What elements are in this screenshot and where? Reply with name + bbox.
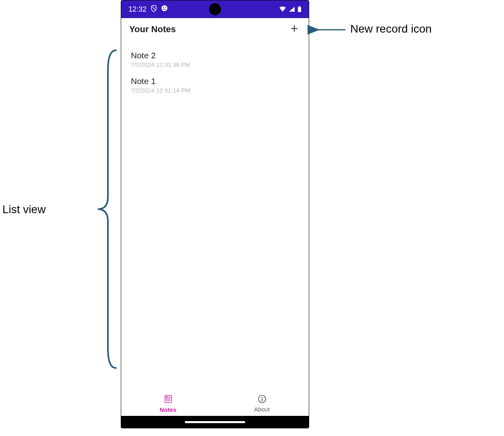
wifi-icon: [279, 6, 286, 12]
app-toolbar: Your Notes: [121, 18, 309, 41]
add-note-button[interactable]: [288, 23, 301, 36]
note-timestamp: 7/2/2024 12:31:14 PM: [131, 87, 299, 94]
camera-cutout: [209, 3, 221, 15]
annotation-brace: [94, 48, 118, 370]
list-item[interactable]: Note 2 7/2/2024 12:31:38 PM: [121, 48, 309, 74]
status-bar-left: 12:32: [128, 5, 168, 14]
svg-point-2: [165, 7, 166, 8]
svg-point-1: [163, 7, 164, 8]
svg-rect-4: [299, 6, 300, 7]
tab-about[interactable]: About: [215, 391, 309, 416]
svg-point-12: [261, 397, 262, 397]
plus-icon: [290, 25, 298, 34]
annotation-arrow: [314, 25, 346, 35]
status-bar-right: [279, 6, 302, 12]
list-item[interactable]: Note 1 7/2/2024 12:31:14 PM: [121, 74, 309, 99]
nav-handle[interactable]: [185, 421, 245, 423]
face-icon: [161, 5, 168, 14]
tab-label: About: [254, 406, 270, 413]
android-nav-bar: [121, 416, 309, 428]
page-title: Your Notes: [129, 24, 176, 35]
bottom-tab-bar: Notes About: [121, 391, 309, 416]
svg-rect-3: [298, 7, 301, 12]
status-time: 12:32: [128, 5, 147, 14]
svg-point-0: [161, 5, 167, 11]
notes-tab-icon: [163, 394, 173, 405]
cellular-icon: [289, 6, 295, 12]
annotation-list-view: List view: [2, 203, 45, 216]
annotation-new-record: New record icon: [350, 23, 432, 35]
tab-label: Notes: [160, 406, 177, 413]
shield-icon: [151, 5, 157, 14]
svg-rect-6: [166, 397, 167, 398]
phone-frame: 12:32 Your Notes: [121, 0, 309, 428]
note-title: Note 1: [131, 76, 299, 86]
notes-list-view[interactable]: Note 2 7/2/2024 12:31:38 PM Note 1 7/2/2…: [121, 41, 309, 391]
battery-icon: [297, 6, 302, 12]
note-title: Note 2: [131, 50, 299, 60]
tab-notes[interactable]: Notes: [121, 391, 215, 416]
info-icon: [258, 395, 266, 405]
android-status-bar: 12:32: [121, 0, 309, 18]
note-timestamp: 7/2/2024 12:31:38 PM: [131, 61, 299, 68]
